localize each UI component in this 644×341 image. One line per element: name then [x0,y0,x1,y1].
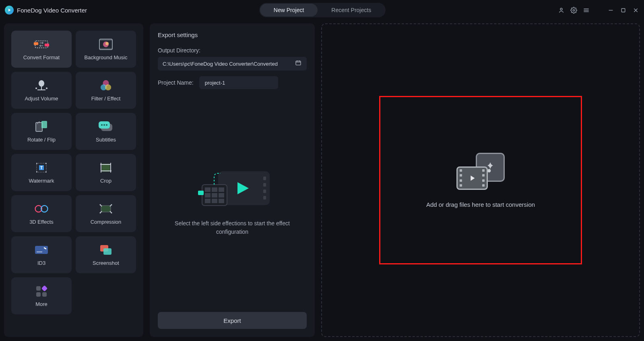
drop-zone[interactable]: Add or drag files here to start conversi… [379,96,582,264]
svg-text:T: T [40,166,43,170]
project-name-field [199,76,278,89]
tool-label: ID3 [37,260,45,266]
svg-rect-71 [198,191,204,195]
browse-folder-button[interactable] [295,60,302,68]
svg-rect-65 [205,193,211,198]
tool-screenshot[interactable]: Screenshot [76,236,136,273]
svg-rect-48 [37,252,42,252]
drop-zone-illustration [456,153,505,190]
convert-format-icon [33,38,50,50]
watermark-icon: T [33,162,50,174]
svg-rect-35 [45,163,47,164]
svg-rect-57 [263,177,266,180]
tool-id3[interactable]: ID3 [11,236,72,273]
tool-compression[interactable]: Compression [76,195,136,232]
tools-panel: Convert Format Background Music [4,23,143,337]
project-name-input[interactable] [205,80,272,86]
svg-rect-70 [219,199,224,203]
svg-rect-50 [103,248,111,255]
svg-rect-60 [263,196,266,200]
tool-label: Adjust Volume [25,96,58,102]
tab-new-project[interactable]: New Project [260,4,318,17]
tool-label: Filter / Effect [91,96,121,102]
export-settings-title: Export settings [158,31,307,38]
svg-rect-59 [263,189,266,193]
compression-icon [98,203,114,215]
crop-icon [98,162,114,174]
tool-adjust-volume[interactable]: Adjust Volume [11,72,72,109]
svg-rect-67 [219,193,224,198]
svg-rect-14 [99,48,112,50]
tool-background-music[interactable]: Background Music [76,31,136,68]
rotate-flip-icon [33,121,50,133]
app-name: FoneDog Video Converter [17,7,87,14]
header-actions [558,7,639,14]
tool-watermark[interactable]: T Watermark [11,154,72,191]
svg-rect-25 [41,121,47,128]
svg-rect-42 [101,206,111,212]
svg-point-23 [105,84,111,90]
tool-rotate-flip[interactable]: Rotate / Flip [11,113,72,150]
tool-crop[interactable]: Crop [76,154,136,191]
export-button-label: Export [223,317,241,324]
svg-point-16 [105,42,109,45]
export-panel: Export settings Output Directory: Projec… [150,23,315,337]
subtitles-icon [98,121,114,133]
svg-rect-66 [212,193,217,198]
export-button[interactable]: Export [158,312,307,329]
tab-recent-projects[interactable]: Recent Projects [318,4,385,17]
tool-label: Background Music [85,54,128,60]
id3-icon [33,244,50,256]
project-name-label: Project Name: [158,79,194,86]
close-button[interactable] [632,7,639,14]
effect-hint-text: Select the left side effections to start… [172,219,293,236]
tool-label: Crop [100,178,111,184]
svg-point-46 [111,212,112,213]
svg-rect-11 [45,44,49,46]
header: FoneDog Video Converter New Project Rece… [0,0,644,20]
gear-icon[interactable] [570,7,577,14]
svg-point-0 [560,8,562,10]
svg-point-30 [106,124,107,126]
svg-rect-68 [205,199,211,203]
tool-label: Screenshot [93,260,119,266]
tool-3d-effects[interactable]: 3D Effects [11,195,72,232]
preview-illustration [194,165,270,210]
maximize-button[interactable] [620,7,627,14]
svg-rect-53 [36,292,41,297]
svg-rect-6 [621,8,625,12]
background-music-icon [98,38,114,50]
tool-more[interactable]: More [11,277,72,314]
svg-point-1 [573,9,574,11]
adjust-volume-icon [33,79,50,91]
tool-label: Compression [91,219,122,225]
svg-rect-54 [42,292,47,297]
3d-effects-icon [33,203,50,215]
svg-rect-47 [35,246,48,254]
svg-point-20 [46,87,47,89]
tool-label: Watermark [29,178,54,184]
menu-icon[interactable] [583,7,590,14]
output-directory-label: Output Directory: [158,47,307,54]
svg-rect-24 [36,123,42,131]
minimize-button[interactable] [607,7,614,14]
svg-point-44 [100,212,101,213]
svg-rect-58 [263,183,266,187]
tool-label: More [35,301,47,307]
tool-subtitles[interactable]: Subtitles [76,113,136,150]
output-directory-input[interactable] [163,61,295,67]
tool-label: Subtitles [96,137,116,143]
svg-rect-64 [219,187,224,192]
screenshot-icon [98,244,114,256]
account-icon[interactable] [558,7,565,14]
drop-panel: Add or drag files here to start conversi… [321,23,640,337]
svg-rect-10 [34,42,38,45]
app-logo [5,6,14,15]
tool-convert-format[interactable]: Convert Format [11,31,72,68]
svg-point-29 [103,124,105,126]
svg-rect-52 [41,285,48,291]
svg-rect-69 [212,199,217,203]
tool-filter-effect[interactable]: Filter / Effect [76,72,136,109]
svg-rect-13 [99,39,112,41]
tool-label: 3D Effects [29,219,54,225]
